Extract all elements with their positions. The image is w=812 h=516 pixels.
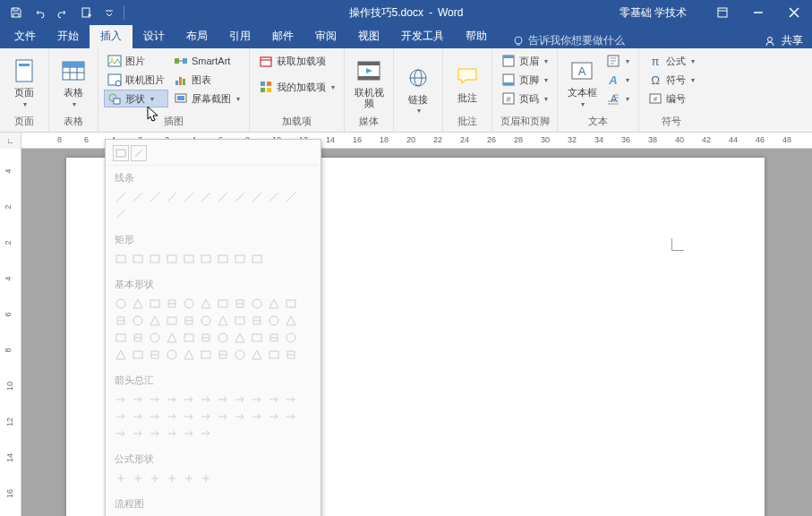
shape-cell[interactable] (181, 296, 197, 312)
shape-cell[interactable] (113, 296, 129, 312)
tab-references[interactable]: 引用 (218, 24, 261, 48)
shape-cell[interactable] (283, 296, 299, 312)
my-addins-button[interactable]: 我的加载项▾ (255, 78, 338, 96)
quick-parts-button[interactable]: ▾ (603, 52, 633, 70)
shape-cell[interactable] (283, 408, 299, 425)
symbol-button[interactable]: Ω符号▾ (645, 71, 698, 89)
shape-cell[interactable] (147, 296, 163, 312)
shape-cell[interactable] (283, 347, 299, 363)
shape-cell[interactable] (130, 330, 146, 346)
drop-cap-button[interactable]: A▾ (603, 90, 633, 108)
shape-cell[interactable] (198, 347, 214, 363)
shape-cell[interactable] (147, 251, 163, 267)
shape-cell[interactable] (198, 251, 214, 267)
shape-cell[interactable] (232, 251, 248, 267)
wordart-button[interactable]: A▾ (603, 71, 633, 89)
shape-cell[interactable] (249, 408, 265, 425)
shape-cell[interactable] (215, 408, 231, 425)
shape-cell[interactable] (113, 313, 129, 329)
shape-cell[interactable] (147, 330, 163, 346)
shape-cell[interactable] (232, 313, 248, 329)
header-button[interactable]: 页眉▾ (498, 52, 551, 70)
shape-cell[interactable] (249, 189, 265, 205)
chart-button[interactable]: 图表 (170, 71, 244, 89)
ribbon-options-icon[interactable] (705, 0, 740, 25)
shape-cell[interactable] (130, 347, 146, 363)
cover-page-button[interactable]: 页面▾ (5, 52, 43, 113)
online-pictures-button[interactable]: 联机图片 (104, 71, 168, 89)
shapes-button[interactable]: 形状▾ (104, 90, 168, 108)
shape-cell[interactable] (164, 313, 180, 329)
shape-cell[interactable] (198, 408, 214, 425)
equation-button[interactable]: π公式▾ (645, 52, 698, 70)
tab-mail[interactable]: 邮件 (261, 24, 304, 48)
online-video-button[interactable]: 联机视频 (350, 52, 388, 113)
shape-cell[interactable] (232, 408, 248, 425)
shape-cell[interactable] (113, 251, 129, 267)
shape-cell[interactable] (113, 391, 129, 408)
shape-cell[interactable] (232, 347, 248, 363)
shape-cell[interactable] (249, 347, 265, 363)
footer-button[interactable]: 页脚▾ (498, 71, 551, 89)
share-button[interactable]: 共享 (782, 33, 803, 48)
get-addins-button[interactable]: 获取加载项 (255, 52, 338, 70)
text-box-button[interactable]: A 文本框▾ (563, 52, 601, 113)
tab-insert[interactable]: 插入 (90, 24, 132, 48)
shape-cell[interactable] (198, 313, 214, 329)
tab-layout[interactable]: 布局 (175, 24, 218, 48)
shape-cell[interactable] (147, 426, 163, 442)
shape-cell[interactable] (266, 391, 282, 408)
shape-cell[interactable] (147, 470, 163, 486)
shape-cell[interactable] (113, 330, 129, 346)
shape-cell[interactable] (130, 251, 146, 267)
shape-cell[interactable] (232, 330, 248, 346)
tab-developer[interactable]: 开发工具 (390, 24, 455, 48)
shape-cell[interactable] (283, 313, 299, 329)
screenshot-button[interactable]: 屏幕截图▾ (170, 90, 244, 108)
new-doc-icon[interactable] (75, 2, 97, 23)
tab-review[interactable]: 审阅 (304, 24, 347, 48)
shape-cell[interactable] (249, 251, 265, 267)
tell-me-search[interactable]: 告诉我你想要做什么 (512, 33, 625, 48)
shape-cell[interactable] (147, 408, 163, 425)
tab-design[interactable]: 设计 (132, 24, 175, 48)
save-icon[interactable] (5, 2, 27, 23)
shape-cell[interactable] (130, 408, 146, 425)
qat-customize-icon[interactable] (98, 2, 120, 23)
shape-cell[interactable] (215, 313, 231, 329)
shape-cell[interactable] (181, 313, 197, 329)
shape-cell[interactable] (164, 426, 180, 442)
shape-cell[interactable] (266, 296, 282, 312)
shape-cell[interactable] (215, 296, 231, 312)
shape-cell[interactable] (164, 330, 180, 346)
shape-cell[interactable] (164, 251, 180, 267)
shape-cell[interactable] (232, 296, 248, 312)
shape-cell[interactable] (283, 330, 299, 346)
tab-home[interactable]: 开始 (47, 24, 90, 48)
shape-cell[interactable] (164, 470, 180, 486)
shape-cell[interactable] (266, 189, 282, 205)
shape-cell[interactable] (113, 206, 129, 222)
pictures-button[interactable]: 图片 (104, 52, 168, 70)
shape-cell[interactable] (181, 391, 197, 408)
shape-cell[interactable] (266, 408, 282, 425)
number-button[interactable]: #编号 (645, 90, 698, 108)
shape-cell[interactable] (283, 391, 299, 408)
shape-cell[interactable] (181, 426, 197, 442)
shape-cell[interactable] (130, 391, 146, 408)
shape-cell[interactable] (113, 189, 129, 205)
shape-cell[interactable] (130, 313, 146, 329)
shape-cell[interactable] (113, 470, 129, 486)
shape-cell[interactable] (266, 347, 282, 363)
shape-cell[interactable] (147, 391, 163, 408)
shape-cell[interactable] (164, 391, 180, 408)
shape-cell[interactable] (147, 347, 163, 363)
shape-cell[interactable] (215, 347, 231, 363)
shape-cell[interactable] (164, 189, 180, 205)
shape-cell[interactable] (113, 408, 129, 425)
shape-cell[interactable] (181, 347, 197, 363)
shape-cell[interactable] (130, 426, 146, 442)
shape-cell[interactable] (130, 296, 146, 312)
tab-file[interactable]: 文件 (4, 24, 47, 48)
page-number-button[interactable]: #页码▾ (498, 90, 551, 108)
